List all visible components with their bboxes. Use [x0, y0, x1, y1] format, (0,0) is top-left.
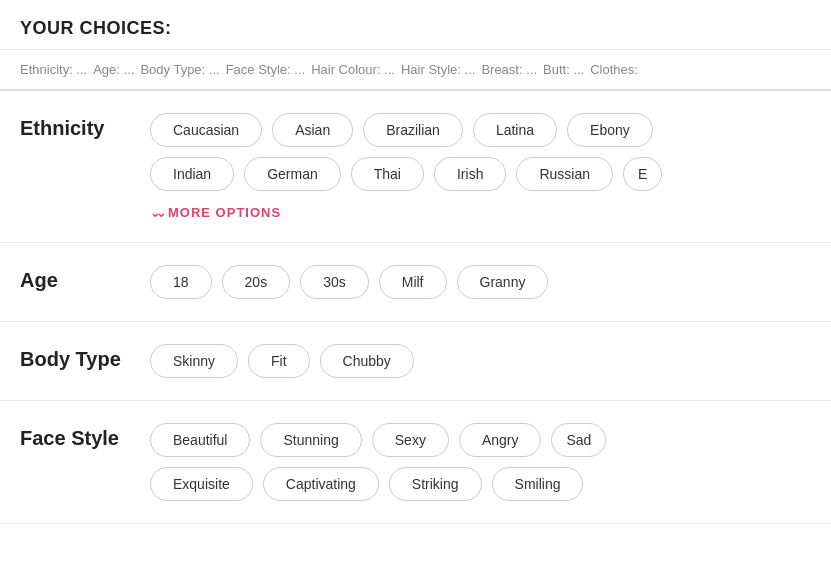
- page-header: YOUR CHOICES:: [0, 0, 831, 50]
- breadcrumb-bar: Ethnicity: ...Age: ...Body Type: ...Face…: [0, 50, 831, 91]
- chip-age-granny[interactable]: Granny: [457, 265, 549, 299]
- breadcrumb-item-8[interactable]: Clothes:: [590, 62, 638, 77]
- chip-face-style-angry[interactable]: Angry: [459, 423, 542, 457]
- options-area-age: 1820s30sMilfGranny: [150, 265, 811, 299]
- options-row-ethnicity-0: CaucasianAsianBrazilianLatinaEbony: [150, 113, 811, 147]
- chip-ethnicity-irish[interactable]: Irish: [434, 157, 506, 191]
- options-area-ethnicity: CaucasianAsianBrazilianLatinaEbonyIndian…: [150, 113, 811, 220]
- section-body-type: Body TypeSkinnyFitChubby: [0, 322, 831, 401]
- chip-face-style-sexy[interactable]: Sexy: [372, 423, 449, 457]
- options-row-body-type-0: SkinnyFitChubby: [150, 344, 811, 378]
- chip-age-30s[interactable]: 30s: [300, 265, 369, 299]
- chip-ethnicity-latina[interactable]: Latina: [473, 113, 557, 147]
- breadcrumb-item-2[interactable]: Body Type: ...: [140, 62, 219, 77]
- options-row-face-style-1: ExquisiteCaptivatingStrikingSmiling: [150, 467, 811, 501]
- chip-face-style-striking[interactable]: Striking: [389, 467, 482, 501]
- chip-age-20s[interactable]: 20s: [222, 265, 291, 299]
- chip-ethnicity-brazilian[interactable]: Brazilian: [363, 113, 463, 147]
- chip-face-style-sad[interactable]: Sad: [551, 423, 606, 457]
- section-face-style: Face StyleBeautifulStunningSexyAngrySadE…: [0, 401, 831, 524]
- section-label-face-style: Face Style: [20, 423, 150, 450]
- more-options-ethnicity[interactable]: ⌄⌄MORE OPTIONS: [150, 205, 811, 220]
- chip-ethnicity-thai[interactable]: Thai: [351, 157, 424, 191]
- breadcrumb-item-3[interactable]: Face Style: ...: [226, 62, 305, 77]
- chip-ethnicity-indian[interactable]: Indian: [150, 157, 234, 191]
- section-label-age: Age: [20, 265, 150, 292]
- options-area-face-style: BeautifulStunningSexyAngrySadExquisiteCa…: [150, 423, 811, 501]
- page-title: YOUR CHOICES:: [20, 18, 811, 39]
- chip-ethnicity-russian[interactable]: Russian: [516, 157, 613, 191]
- breadcrumb-item-7[interactable]: Butt: ...: [543, 62, 584, 77]
- section-ethnicity: EthnicityCaucasianAsianBrazilianLatinaEb…: [0, 91, 831, 243]
- breadcrumb-item-1[interactable]: Age: ...: [93, 62, 134, 77]
- options-row-ethnicity-1: IndianGermanThaiIrishRussianE: [150, 157, 811, 191]
- breadcrumb-item-0[interactable]: Ethnicity: ...: [20, 62, 87, 77]
- chip-ethnicity-caucasian[interactable]: Caucasian: [150, 113, 262, 147]
- chip-ethnicity-asian[interactable]: Asian: [272, 113, 353, 147]
- section-label-body-type: Body Type: [20, 344, 150, 371]
- chip-body-type-chubby[interactable]: Chubby: [320, 344, 414, 378]
- options-row-face-style-0: BeautifulStunningSexyAngrySad: [150, 423, 811, 457]
- chip-ethnicity-ebony[interactable]: Ebony: [567, 113, 653, 147]
- chip-age-milf[interactable]: Milf: [379, 265, 447, 299]
- section-age: Age1820s30sMilfGranny: [0, 243, 831, 322]
- options-row-age-0: 1820s30sMilfGranny: [150, 265, 811, 299]
- chip-body-type-skinny[interactable]: Skinny: [150, 344, 238, 378]
- chip-ethnicity-german[interactable]: German: [244, 157, 341, 191]
- breadcrumb-item-5[interactable]: Hair Style: ...: [401, 62, 475, 77]
- sections-container: EthnicityCaucasianAsianBrazilianLatinaEb…: [0, 91, 831, 524]
- chip-face-style-exquisite[interactable]: Exquisite: [150, 467, 253, 501]
- section-label-ethnicity: Ethnicity: [20, 113, 150, 140]
- chip-age-18[interactable]: 18: [150, 265, 212, 299]
- chip-face-style-stunning[interactable]: Stunning: [260, 423, 361, 457]
- chip-face-style-captivating[interactable]: Captivating: [263, 467, 379, 501]
- chip-body-type-fit[interactable]: Fit: [248, 344, 310, 378]
- chip-face-style-smiling[interactable]: Smiling: [492, 467, 584, 501]
- more-options-label: MORE OPTIONS: [168, 205, 281, 220]
- options-area-body-type: SkinnyFitChubby: [150, 344, 811, 378]
- chip-ethnicity-e[interactable]: E: [623, 157, 662, 191]
- breadcrumb-item-4[interactable]: Hair Colour: ...: [311, 62, 395, 77]
- chevron-down-icon: ⌄⌄: [150, 206, 162, 220]
- chip-face-style-beautiful[interactable]: Beautiful: [150, 423, 250, 457]
- breadcrumb-item-6[interactable]: Breast: ...: [481, 62, 537, 77]
